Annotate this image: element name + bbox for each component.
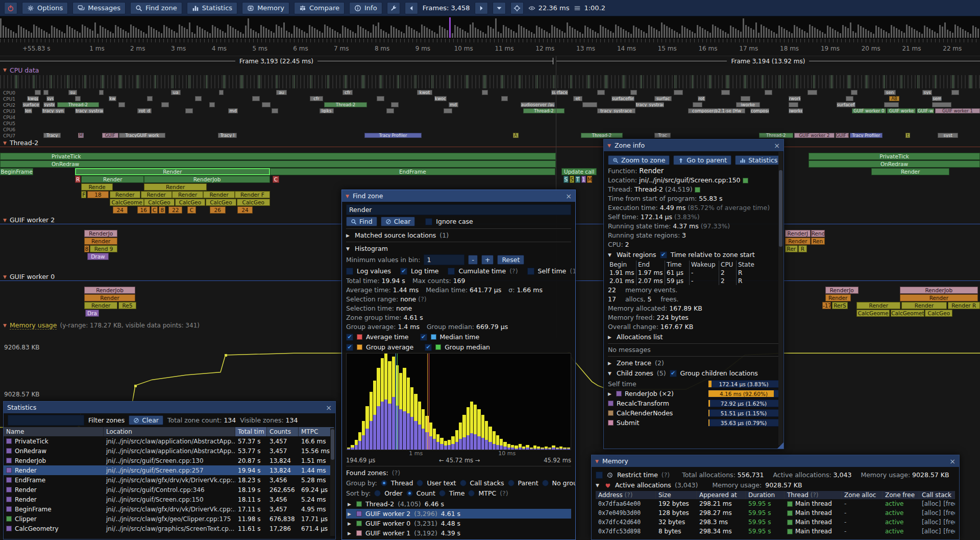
timeline-zone[interactable]: EndFrame <box>270 168 555 175</box>
tools-button[interactable] <box>387 2 400 14</box>
cpu-zone[interactable]: GUIF worke <box>887 108 916 113</box>
call-stack-alloc-link[interactable]: [alloc] <box>922 528 941 535</box>
increment-button[interactable]: + <box>481 255 494 265</box>
child-zones-header[interactable]: ▼ Child zones (5) ✔ Group children locat… <box>608 369 779 378</box>
cpu-zone[interactable]: surfacefl <box>22 102 40 107</box>
call-stack-free-link[interactable]: [free] <box>943 519 955 526</box>
cpu-zone[interactable] <box>161 102 169 107</box>
cpu-zone[interactable]: Thread-2 <box>523 108 565 113</box>
cpu-zone[interactable]: cfr <box>310 96 323 101</box>
frame-marker[interactable]: Frame 3,193 (22.45 ms) <box>0 56 553 66</box>
cpu-zone[interactable]: rworke <box>789 96 801 101</box>
power-button[interactable] <box>4 2 17 14</box>
timeline-zone[interactable]: R <box>798 245 807 252</box>
cpu-zone[interactable]: et <box>573 96 583 101</box>
timeline-zone[interactable]: 18 <box>87 191 109 198</box>
wait-regions-header[interactable]: ▼ Wait regions ✔ Time relative to zone s… <box>608 250 779 259</box>
found-zone-group[interactable]: ▶GUIF worker 1(3,192)4.39 s <box>346 528 571 538</box>
cpu-zone[interactable] <box>765 90 772 95</box>
cpu-zone[interactable]: sem <box>932 96 942 101</box>
allocation-appeared[interactable]: 298.3 ms <box>697 518 746 527</box>
cpu-zone[interactable]: syste <box>43 102 55 107</box>
timeline-zone[interactable]: PrivateTick <box>0 153 556 160</box>
collapse-icon[interactable]: ▼ <box>3 67 7 73</box>
timeline-zone[interactable]: Render <box>203 191 234 198</box>
timeline-zone[interactable]: PrivateTick <box>808 153 980 160</box>
sort-by-mtpc-radio[interactable] <box>468 490 475 497</box>
cpu-zone[interactable]: Tracy <box>43 133 61 138</box>
close-icon[interactable]: × <box>949 457 955 465</box>
timeline-zone[interactable]: 22 <box>168 206 182 214</box>
call-stack-free-link[interactable]: [free] <box>943 509 955 516</box>
cpu-zone[interactable] <box>582 102 597 107</box>
timeline-zone[interactable]: Render <box>871 168 950 175</box>
found-zone-group[interactable]: ▶GUIF worker 0(3,231)4.48 s <box>346 519 571 528</box>
timeline-zone[interactable]: Rend 9 <box>90 245 118 252</box>
timeline-zone[interactable]: Render <box>785 238 811 245</box>
clear-filter-button[interactable]: Clear <box>129 415 163 425</box>
child-zone-row[interactable]: Self time172.14 μs (3.83%) <box>608 379 779 389</box>
timeline-zone[interactable]: S <box>564 176 569 183</box>
frame-markers[interactable]: Frame 3,193 (22.45 ms)Frame 3,194 (13.92… <box>0 56 980 66</box>
timeline-zone[interactable]: BeginFrame <box>0 168 33 175</box>
cpu-zone[interactable]: Tracy I <box>218 133 237 138</box>
timeline-zone[interactable]: C <box>151 206 158 214</box>
timeline-zone[interactable]: Ren <box>811 238 825 245</box>
cpu-zone[interactable]: kwot <box>417 90 432 95</box>
frames-overview-strip[interactable] <box>0 16 980 39</box>
group-by-thread-radio[interactable] <box>381 480 387 486</box>
timeline-zone[interactable]: Dra <box>85 310 99 317</box>
group-by-user-text-radio[interactable] <box>416 480 423 486</box>
cpu-zone[interactable]: md <box>228 108 238 113</box>
thread-header[interactable]: ▼Thread-2 <box>0 139 980 147</box>
cpu-zone[interactable]: surfaceflinge <box>611 96 634 101</box>
cpu-zone[interactable]: tracy_systrace <box>75 108 104 113</box>
column-header-size[interactable]: Size <box>656 491 697 499</box>
timeline-zone[interactable]: 8 <box>84 245 89 252</box>
cpu-zone[interactable] <box>597 90 605 95</box>
filter-zones-input[interactable] <box>8 415 84 426</box>
timeline-zone[interactable]: Re5 <box>118 302 136 309</box>
found-zone-group[interactable]: ▶GUIF worker 2(3,296)4.61 s <box>346 509 571 519</box>
column-header-address[interactable]: Address (?) <box>596 491 656 499</box>
expand-icon[interactable]: ▶ <box>348 521 353 526</box>
allocation-address[interactable]: 0x7dfc42d640 <box>596 518 656 527</box>
self-time-checkbox[interactable] <box>527 268 534 275</box>
find-button[interactable]: Find <box>346 217 377 226</box>
call-stack-alloc-link[interactable]: [alloc] <box>922 509 941 516</box>
timeline-zone[interactable]: Render <box>856 302 900 309</box>
cpu-zone[interactable] <box>501 96 508 101</box>
allocations-list-row[interactable]: ▶Allocations list <box>608 333 779 341</box>
child-zone-row[interactable]: ▶RenderJob (×2)4.16 ms (92.60%) <box>608 389 779 398</box>
cpu-zone[interactable]: syst <box>938 133 958 138</box>
cpu-zone[interactable]: iworke <box>789 108 803 113</box>
cpu-zone[interactable] <box>75 96 81 101</box>
ignore-case-checkbox[interactable] <box>425 218 432 225</box>
cpu-data-header[interactable]: ▼ CPU data <box>0 66 980 74</box>
active-allocations-header[interactable]: ▼ Active allocations (3,043) Memory usag… <box>596 481 955 489</box>
cpu-zone[interactable]: rot_d <box>137 108 152 113</box>
timeline-zone[interactable]: RenderJo <box>825 287 859 294</box>
collapse-icon[interactable]: ▼ <box>3 323 7 328</box>
next-frame-button[interactable] <box>475 2 488 14</box>
cpu-zone[interactable]: composer@2.1-se (Hw <box>688 108 746 113</box>
cpu-zone[interactable] <box>99 90 104 95</box>
toolbar-button-statistics[interactable]: Statistics <box>187 2 237 14</box>
group-by-no-groupi-radio[interactable] <box>542 480 549 486</box>
cpu-zone[interactable] <box>884 102 898 107</box>
timeline-zone[interactable]: CalcGeo <box>206 199 236 206</box>
expand-icon[interactable]: ▶ <box>608 391 613 396</box>
cpu-zone[interactable] <box>252 96 260 101</box>
close-icon[interactable]: × <box>326 404 332 412</box>
column-header-mtpc[interactable]: MTPC <box>299 427 334 436</box>
timeline-zone[interactable]: OnRedraw <box>0 160 556 168</box>
timeline-zone[interactable]: CalcGeome <box>110 199 144 206</box>
column-header-duration[interactable]: Duration <box>746 491 785 499</box>
expand-icon[interactable]: ▶ <box>608 361 613 366</box>
cpu-zone[interactable] <box>789 102 798 107</box>
cpu-zone[interactable]: M <box>78 133 84 138</box>
timeline-zone[interactable]: R <box>75 176 81 183</box>
cpu-zone[interactable]: composer@ <box>750 108 770 113</box>
timeline-zone[interactable]: Render <box>75 168 270 175</box>
cpu-zone[interactable]: sys <box>46 96 54 101</box>
